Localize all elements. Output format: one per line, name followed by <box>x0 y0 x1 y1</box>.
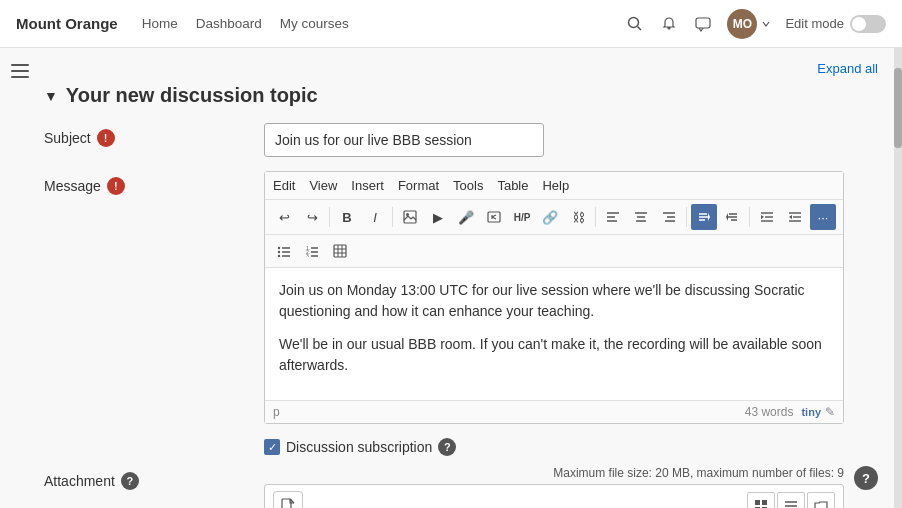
subject-required-icon: ! <box>97 129 115 147</box>
attachment-label-wrap: Attachment ? <box>44 466 264 490</box>
svg-point-37 <box>278 255 280 257</box>
attachment-folder-view-btn[interactable] <box>807 492 835 508</box>
attachment-row: Attachment ? Maximum file size: 20 MB, m… <box>44 466 878 508</box>
toolbar-unlink-btn[interactable]: ⛓ <box>565 204 591 230</box>
message-label: Message <box>44 178 101 194</box>
attachment-global-help-btn[interactable]: ? <box>854 466 878 490</box>
attachment-field: Maximum file size: 20 MB, maximum number… <box>264 466 846 508</box>
toolbar-link-btn[interactable]: 🔗 <box>537 204 563 230</box>
subscription-checkbox[interactable]: ✓ <box>264 439 280 455</box>
svg-point-33 <box>278 247 280 249</box>
edit-mode-toggle-wrap: Edit mode <box>785 15 886 33</box>
svg-rect-51 <box>755 500 760 505</box>
svg-point-35 <box>278 251 280 253</box>
toolbar-ltr-btn[interactable] <box>691 204 717 230</box>
toolbar-outdent-btn[interactable] <box>782 204 808 230</box>
sidebar-toggle-icon[interactable] <box>11 64 29 82</box>
menu-view[interactable]: View <box>309 176 337 195</box>
editor-footer: p 43 words tiny ✎ <box>265 400 843 423</box>
toolbar-undo-btn[interactable]: ↩ <box>271 204 297 230</box>
sidebar-toggle-area <box>0 48 40 508</box>
section-collapse-icon[interactable]: ▼ <box>44 88 58 104</box>
editor-branding: tiny ✎ <box>801 405 835 419</box>
toolbar-video-btn[interactable]: ▶ <box>425 204 451 230</box>
toolbar-rtl-btn[interactable] <box>719 204 745 230</box>
messages-icon[interactable] <box>693 14 713 34</box>
edit-mode-toggle[interactable] <box>850 15 886 33</box>
attachment-dropzone[interactable] <box>264 484 844 508</box>
toolbar-hp-btn[interactable]: H/P <box>509 204 535 230</box>
user-avatar-wrap[interactable]: MO <box>727 9 771 39</box>
toolbar-align-right-btn[interactable] <box>656 204 682 230</box>
edit-mode-label: Edit mode <box>785 16 844 31</box>
svg-line-11 <box>492 217 496 219</box>
menu-table[interactable]: Table <box>497 176 528 195</box>
scrollbar-thumb[interactable] <box>894 68 902 148</box>
toolbar-ordered-list-btn[interactable]: 1.2.3. <box>299 238 325 264</box>
toolbar-audio-btn[interactable]: 🎤 <box>453 204 479 230</box>
svg-rect-2 <box>696 18 710 28</box>
toolbar-unordered-list-btn[interactable] <box>271 238 297 264</box>
menu-edit[interactable]: Edit <box>273 176 295 195</box>
attachment-list-view-btn[interactable] <box>777 492 805 508</box>
svg-point-7 <box>406 213 409 216</box>
editor-para-1: Join us on Monday 13:00 UTC for our live… <box>279 280 829 322</box>
nav-dashboard[interactable]: Dashboard <box>196 16 262 31</box>
subject-input[interactable] <box>264 123 544 157</box>
avatar: MO <box>727 9 757 39</box>
toolbar-more-btn[interactable]: ··· <box>810 204 836 230</box>
main-content: Expand all ▼ Your new discussion topic S… <box>40 48 894 508</box>
editor-word-count: 43 words <box>745 405 794 419</box>
editor-para-2: We'll be in our usual BBB room. If you c… <box>279 334 829 376</box>
toolbar-media-btn[interactable] <box>481 204 507 230</box>
nav-right-area: MO Edit mode <box>625 9 886 39</box>
toolbar-sep-4 <box>686 207 687 227</box>
scrollbar[interactable] <box>894 48 902 508</box>
menu-tools[interactable]: Tools <box>453 176 483 195</box>
toolbar-italic-btn[interactable]: I <box>362 204 388 230</box>
toolbar-image-btn[interactable] <box>397 204 423 230</box>
section-title: Your new discussion topic <box>66 84 318 107</box>
top-navigation: Mount Orange Home Dashboard My courses M… <box>0 0 902 48</box>
menu-help[interactable]: Help <box>542 176 569 195</box>
toolbar-align-left-btn[interactable] <box>600 204 626 230</box>
nav-links: Home Dashboard My courses <box>142 16 349 31</box>
subscription-help-icon[interactable]: ? <box>438 438 456 456</box>
expand-all-link[interactable]: Expand all <box>817 61 878 76</box>
message-label-wrap: Message ! <box>44 171 264 195</box>
attachment-help-icon[interactable]: ? <box>121 472 139 490</box>
toolbar-sep-1 <box>329 207 330 227</box>
editor-container: Edit View Insert Format Tools Table Help… <box>264 171 844 424</box>
attachment-add-file-btn[interactable] <box>273 491 303 508</box>
toolbar-align-center-btn[interactable] <box>628 204 654 230</box>
brand-logo[interactable]: Mount Orange <box>16 15 118 32</box>
subscription-checkbox-wrap: ✓ Discussion subscription <box>264 439 432 455</box>
toolbar-bold-btn[interactable]: B <box>334 204 360 230</box>
toolbar-indent-btn[interactable] <box>754 204 780 230</box>
toolbar-sep-3 <box>595 207 596 227</box>
editor-edit-icon[interactable]: ✎ <box>825 405 835 419</box>
toolbar-table-btn[interactable] <box>327 238 353 264</box>
svg-rect-6 <box>404 211 416 223</box>
nav-my-courses[interactable]: My courses <box>280 16 349 31</box>
editor-body[interactable]: Join us on Monday 13:00 UTC for our live… <box>265 268 843 400</box>
subscription-label: Discussion subscription <box>286 439 432 455</box>
toolbar-sep-2 <box>392 207 393 227</box>
editor-menubar: Edit View Insert Format Tools Table Help <box>265 172 843 200</box>
message-row: Message ! Edit View Insert Format Tools … <box>44 171 878 424</box>
expand-all-area: Expand all <box>44 60 878 76</box>
menu-insert[interactable]: Insert <box>351 176 384 195</box>
section-header: ▼ Your new discussion topic <box>44 84 878 107</box>
search-icon[interactable] <box>625 14 645 34</box>
attachment-label: Attachment <box>44 473 115 489</box>
subject-row: Subject ! <box>44 123 878 157</box>
svg-rect-8 <box>488 212 500 222</box>
toolbar-redo-btn[interactable]: ↪ <box>299 204 325 230</box>
notifications-icon[interactable] <box>659 14 679 34</box>
subject-field <box>264 123 878 157</box>
attachment-grid-view-btn[interactable] <box>747 492 775 508</box>
toggle-knob <box>852 17 866 31</box>
message-field: Edit View Insert Format Tools Table Help… <box>264 171 878 424</box>
nav-home[interactable]: Home <box>142 16 178 31</box>
menu-format[interactable]: Format <box>398 176 439 195</box>
